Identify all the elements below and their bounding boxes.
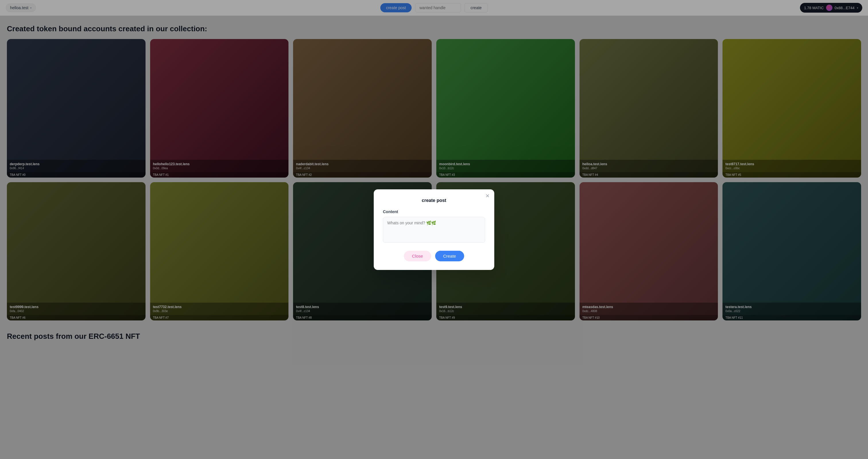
modal-title: create post (383, 198, 485, 203)
modal-overlay[interactable]: ✕ create post Content Close Create (0, 0, 868, 459)
post-content-textarea[interactable] (383, 217, 485, 243)
modal-close-button[interactable]: Close (404, 251, 431, 261)
create-post-modal: ✕ create post Content Close Create (374, 189, 494, 270)
content-label: Content (383, 209, 485, 214)
modal-close-x-button[interactable]: ✕ (485, 193, 490, 198)
modal-actions: Close Create (383, 251, 485, 261)
modal-create-button[interactable]: Create (435, 251, 464, 261)
